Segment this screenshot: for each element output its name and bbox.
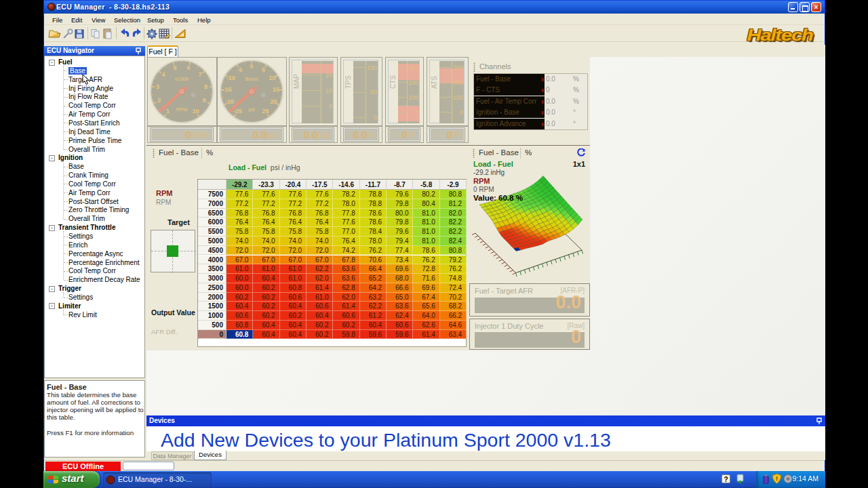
svg-text:!: !	[776, 475, 778, 482]
